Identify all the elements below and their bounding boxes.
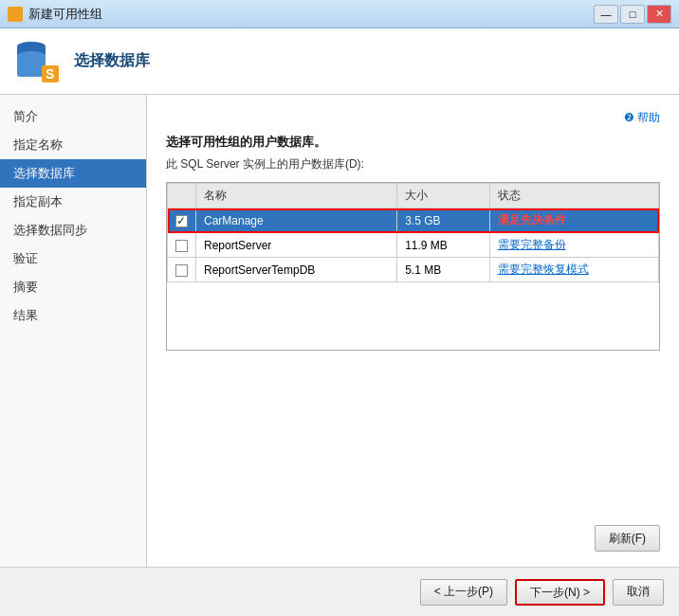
sidebar-item-result[interactable]: 结果 — [0, 301, 146, 330]
row2-checkbox[interactable] — [175, 240, 188, 252]
row2-size: 11.9 MB — [397, 233, 489, 258]
row3-status-link[interactable]: 需要完整恢复模式 — [498, 263, 589, 276]
row1-status-text: 满足先决条件 — [498, 213, 566, 226]
svg-point-2 — [17, 42, 46, 51]
row1-checkbox[interactable] — [175, 215, 188, 227]
col-size: 大小 — [397, 184, 489, 208]
svg-point-3 — [17, 51, 46, 61]
col-name: 名称 — [196, 184, 397, 208]
table-row[interactable]: ReportServer 11.9 MB 需要完整备份 — [168, 233, 659, 258]
titlebar: 新建可用性组 — □ ✕ — [0, 0, 679, 28]
prev-button[interactable]: < 上一步(P) — [420, 579, 507, 606]
refresh-button[interactable]: 刷新(F) — [595, 525, 660, 552]
titlebar-left: 新建可用性组 — [8, 6, 102, 23]
sidebar: 简介 指定名称 选择数据库 指定副本 选择数据同步 验证 摘要 结果 — [0, 95, 147, 567]
row2-name: ReportServer — [196, 233, 397, 258]
next-button[interactable]: 下一步(N) > — [515, 579, 605, 606]
sidebar-item-summary[interactable]: 摘要 — [0, 273, 146, 301]
cancel-button[interactable]: 取消 — [613, 579, 664, 606]
sidebar-item-selectdb[interactable]: 选择数据库 — [0, 159, 146, 188]
table-row[interactable]: ReportServerTempDB 5.1 MB 需要完整恢复模式 — [168, 258, 659, 282]
titlebar-controls: — □ ✕ — [594, 5, 671, 24]
minimize-button[interactable]: — — [594, 5, 618, 24]
sidebar-item-verify[interactable]: 验证 — [0, 245, 146, 273]
table-row[interactable]: CarManage 3.5 GB 满足先决条件 — [168, 208, 659, 233]
svg-text:S: S — [46, 66, 54, 82]
row3-name: ReportServerTempDB — [196, 258, 397, 282]
app-icon — [8, 7, 23, 22]
section-subtitle: 此 SQL Server 实例上的用户数据库(D): — [166, 156, 660, 172]
row1-status: 满足先决条件 — [489, 208, 658, 233]
col-status: 状态 — [489, 184, 658, 208]
row3-checkbox[interactable] — [175, 264, 188, 277]
titlebar-title: 新建可用性组 — [28, 6, 102, 23]
sidebar-item-datasync[interactable]: 选择数据同步 — [0, 216, 146, 245]
row1-checkbox-cell[interactable] — [168, 208, 196, 233]
row2-checkbox-cell[interactable] — [168, 233, 196, 258]
row1-size: 3.5 GB — [397, 208, 489, 233]
row2-status: 需要完整备份 — [489, 233, 658, 258]
row3-size: 5.1 MB — [397, 258, 489, 282]
close-button[interactable]: ✕ — [647, 5, 671, 24]
header-icon: S — [15, 39, 61, 84]
header-title: 选择数据库 — [74, 51, 150, 71]
main-content: ❷ 帮助 选择可用性组的用户数据库。 此 SQL Server 实例上的用户数据… — [147, 95, 679, 567]
database-table-container: 名称 大小 状态 CarManage 3.5 GB — [166, 182, 660, 351]
content-area: 简介 指定名称 选择数据库 指定副本 选择数据同步 验证 摘要 结果 ❷ 帮助 … — [0, 95, 679, 567]
help-link[interactable]: ❷ 帮助 — [166, 110, 660, 126]
database-table: 名称 大小 状态 CarManage 3.5 GB — [167, 183, 659, 282]
row3-checkbox-cell[interactable] — [168, 258, 196, 282]
sidebar-item-intro[interactable]: 简介 — [0, 102, 146, 131]
maximize-button[interactable]: □ — [620, 5, 645, 24]
section-title: 选择可用性组的用户数据库。 — [166, 134, 660, 151]
col-checkbox — [168, 184, 196, 208]
sidebar-item-replica[interactable]: 指定副本 — [0, 188, 146, 216]
row2-status-link[interactable]: 需要完整备份 — [498, 238, 566, 251]
row1-name: CarManage — [196, 208, 397, 233]
sidebar-item-name[interactable]: 指定名称 — [0, 131, 146, 159]
row3-status: 需要完整恢复模式 — [489, 258, 658, 282]
main-window: S 选择数据库 简介 指定名称 选择数据库 指定副本 选择数据同步 验证 摘要 … — [0, 28, 679, 616]
header-area: S 选择数据库 — [0, 28, 679, 95]
bottom-bar: < 上一步(P) 下一步(N) > 取消 — [0, 567, 679, 616]
